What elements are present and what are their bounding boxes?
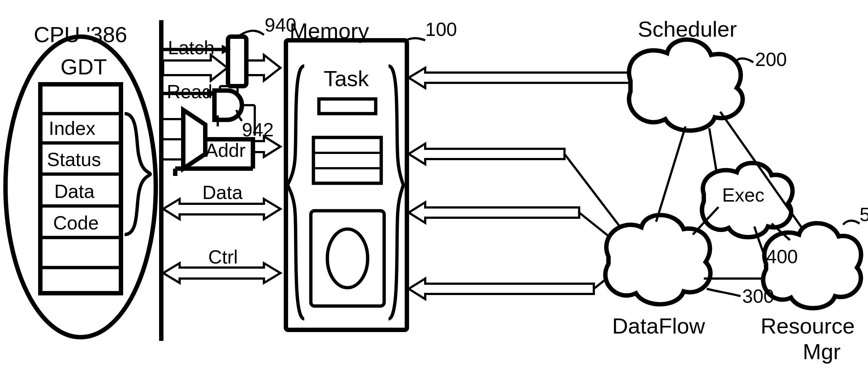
gdt-row-status: Status: [47, 148, 101, 170]
ref-200: 200: [755, 48, 787, 70]
ctrl-label: Ctrl: [208, 246, 238, 268]
resourcemgr-label-1: Resource: [761, 313, 855, 339]
addr-bus-into-latch: [163, 55, 227, 81]
addr-label: Addr: [205, 139, 246, 161]
cpu-title: CPU '386: [34, 22, 127, 47]
read-label: Read: [167, 81, 212, 103]
task-oval: [327, 229, 368, 288]
ref-300: 300: [742, 285, 774, 307]
data-label: Data: [202, 181, 243, 203]
svg-line-23: [656, 126, 685, 222]
task-slot-mid-group: [313, 137, 381, 183]
arrow-mem-dataflow-lower: [409, 279, 594, 299]
ref-942: 942: [242, 119, 274, 141]
ref-400: 400: [766, 246, 798, 268]
addr-bus-latch-to-mem: [246, 55, 280, 81]
resourcemgr-label-2: Mgr: [803, 339, 841, 364]
memory-label: Memory: [290, 18, 369, 44]
ref-940: 940: [265, 14, 297, 36]
ref-500: 500: [860, 203, 868, 225]
svg-line-25: [709, 128, 717, 172]
ref-100: 100: [425, 18, 457, 40]
gdt-row-index: Index: [49, 117, 95, 139]
latch-block: [228, 37, 246, 86]
task-slot-top: [319, 99, 376, 114]
scheduler-label: Scheduler: [638, 16, 737, 42]
latch-label: Latch: [168, 37, 214, 59]
arrow-mem-dataflow-mid: [409, 202, 579, 223]
gdt-row-data: Data: [54, 180, 95, 202]
gdt-label: GDT: [60, 54, 107, 80]
gdt-row-code: Code: [53, 212, 99, 234]
dataflow-label: DataFlow: [612, 313, 705, 339]
task-label: Task: [324, 66, 369, 91]
arrow-mem-dataflow-upper: [409, 144, 564, 164]
diagram-root: CPU '386 GDT Index Status Data Code Latc…: [0, 0, 868, 383]
exec-label: Exec: [722, 184, 765, 206]
scheduler-cloud: [629, 40, 743, 130]
svg-line-20: [564, 154, 623, 231]
arrow-mem-scheduler: [409, 68, 630, 88]
addr-mux: [183, 110, 205, 169]
dataflow-cloud: [605, 215, 710, 304]
